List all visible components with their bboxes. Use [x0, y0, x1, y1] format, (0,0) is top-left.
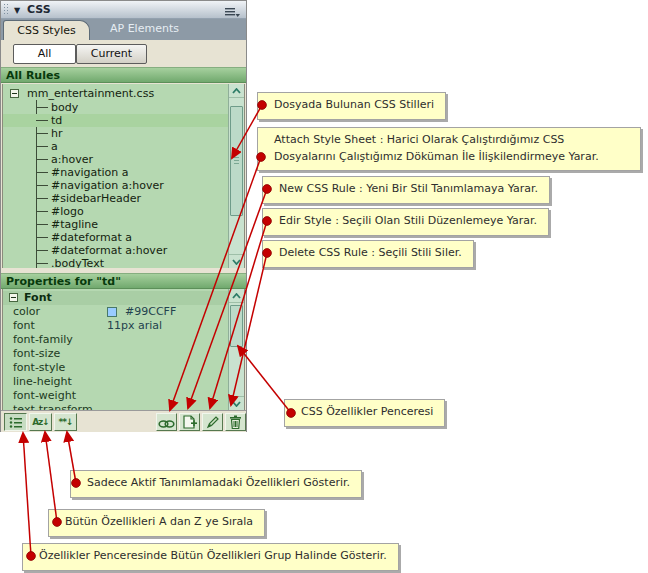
collapse-minus-icon[interactable] — [10, 89, 19, 98]
callout-show-only-set: Sadece Aktif Tanımlamadaki Özellikleri G… — [70, 470, 362, 498]
font-group-row[interactable]: Font — [3, 291, 231, 305]
property-row-font-family[interactable]: font-family — [3, 333, 231, 347]
rule-item-td-selected[interactable]: td — [3, 114, 231, 127]
collapse-minus-icon[interactable] — [9, 293, 18, 302]
callout-sort-az: Bütün Özellikleri A dan Z ye Sırala — [48, 509, 265, 537]
new-css-rule-icon[interactable] — [179, 413, 200, 431]
properties-scrollbar[interactable] — [228, 289, 244, 410]
scrollbar-thumb[interactable] — [230, 305, 243, 347]
rule-item-navigation-a[interactable]: #navigation a — [3, 166, 244, 179]
callout-properties-pane: CSS Özellikler Penceresi — [284, 399, 445, 427]
scroll-down-icon[interactable] — [229, 396, 244, 410]
property-row-font-weight[interactable]: font-weight — [3, 389, 231, 403]
stylesheet-root-row[interactable]: mm_entertainment.css — [3, 87, 244, 100]
rule-item-tagline[interactable]: #tagline — [3, 218, 244, 231]
rule-item-navigation-a-hover[interactable]: #navigation a:hover — [3, 179, 244, 192]
rules-scrollbar[interactable] — [228, 84, 244, 268]
stylesheet-name: mm_entertainment.css — [27, 87, 154, 100]
panel-tabbar: CSS Styles AP Elements — [1, 19, 246, 40]
property-row-line-height[interactable]: line-height — [3, 375, 231, 389]
scrollbar-thumb[interactable] — [230, 106, 243, 216]
callout-attach-style-sheet: Attach Style Sheet : Harici Olarak Çalış… — [257, 127, 641, 171]
rule-item-sidebarheader[interactable]: #sidebarHeader — [3, 192, 244, 205]
css-rules-tree: mm_entertainment.css body td hr a a:hove… — [2, 84, 245, 268]
tab-css-styles[interactable]: CSS Styles — [3, 20, 90, 40]
scroll-down-icon[interactable] — [229, 254, 244, 268]
edit-style-icon[interactable] — [202, 413, 223, 431]
show-only-set-properties-icon[interactable]: **↓ — [54, 413, 77, 431]
rule-item-body[interactable]: body — [3, 101, 244, 114]
show-category-view-icon[interactable] — [4, 413, 27, 431]
rule-item-a-hover[interactable]: a:hover — [3, 153, 244, 166]
rule-item-hr[interactable]: hr — [3, 127, 244, 140]
panel-gripper[interactable] — [3, 3, 9, 16]
callout-new-css-rule: New CSS Rule : Yeni Bir Stil Tanımlamaya… — [262, 176, 550, 204]
rule-item-a[interactable]: a — [3, 140, 244, 153]
current-button[interactable]: Current — [76, 44, 147, 64]
callout-delete-css-rule: Delete CSS Rule : Seçili Stili Siler. — [262, 240, 474, 268]
callout-edit-style: Edir Style : Seçili Olan Stili Düzenleme… — [262, 208, 549, 236]
rule-item-dateformat-a-hover[interactable]: #dateformat a:hover — [3, 244, 244, 257]
panel-options-menu-icon[interactable] — [223, 4, 241, 17]
properties-grid: Font color #99CCFF font 11px arial font-… — [2, 289, 245, 410]
property-row-text-transform[interactable]: text-transform — [3, 403, 231, 410]
color-swatch[interactable] — [107, 307, 117, 317]
property-row-color[interactable]: color #99CCFF — [3, 305, 231, 319]
panel-titlebar[interactable]: ▼ CSS — [1, 1, 246, 19]
annotated-screenshot: ▼ CSS CSS Styles AP Elements All Current… — [0, 0, 648, 573]
collapse-triangle-icon[interactable]: ▼ — [14, 6, 20, 15]
callout-all-rules: Dosyada Bulunan CSS Stilleri — [257, 92, 446, 120]
scroll-up-icon[interactable] — [229, 289, 244, 303]
delete-css-rule-icon[interactable] — [225, 413, 246, 431]
tab-ap-elements[interactable]: AP Elements — [110, 22, 179, 35]
show-list-view-icon[interactable]: Az↓ — [29, 413, 52, 431]
property-row-font-style[interactable]: font-style — [3, 361, 231, 375]
all-button[interactable]: All — [13, 44, 76, 64]
properties-header: Properties for "td" — [1, 273, 246, 289]
property-row-font[interactable]: font 11px arial — [3, 319, 231, 333]
all-rules-header: All Rules — [1, 67, 246, 83]
rule-item-dateformat-a[interactable]: #dateformat a — [3, 231, 244, 244]
css-panel: ▼ CSS CSS Styles AP Elements All Current… — [0, 0, 247, 432]
attach-style-sheet-icon[interactable] — [156, 413, 177, 431]
property-row-font-size[interactable]: font-size — [3, 347, 231, 361]
scroll-up-icon[interactable] — [229, 84, 244, 98]
rule-item-logo[interactable]: #logo — [3, 205, 244, 218]
callout-category-view: Özellikler Penceresinde Bütün Özellikler… — [22, 543, 399, 571]
view-button-row: All Current — [1, 40, 246, 67]
rule-item-bodytext[interactable]: .bodyText — [3, 257, 244, 268]
panel-title: CSS — [27, 3, 51, 16]
panel-toolbar: Az↓ **↓ — [1, 410, 246, 432]
